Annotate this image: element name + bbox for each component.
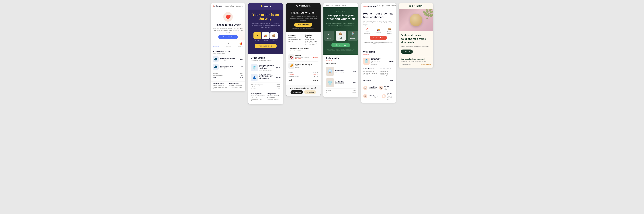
sureorder-item-quantity: Quantity: 1 [371,64,388,65]
email-icon: ✉ [363,94,367,98]
account-link[interactable]: Account [342,5,346,6]
funzy-header: ⭐ FUNZY [248,3,283,10]
sureorder-total-value: $26.47 [390,80,394,81]
ontime-item-2: 👕 Sand T-Shirt Size: M Quantity: 1 $16 [326,77,356,89]
sureorder-payment-line-4: USPS Priority Mail [380,74,394,76]
funzy-hero: Your order is on the way! Great news! Yo… [248,10,283,54]
funzy-item-sku-1: SKU: 7#43985 Size: 4a [259,70,274,71]
funzy-billing-addr: Billing Address Smiles Davis Dessler 18 … [267,93,280,102]
express-step-label: Express Delivery [350,36,356,39]
funzy-item-info-2: Baby Girls Off White Green Lebleu Long S… [259,74,274,81]
sureorder-view-button[interactable]: View Your Order [370,36,387,40]
ontime-hero: ONTIME We appreciate your order and your… [324,7,358,55]
sureorder-payment-line-1: Subtotal: $16.85 [380,69,394,71]
funzy-item-info-1: Boys Blue Boat Basic Long Nevado Sweatsh… [259,65,274,71]
ontime-totals: Subtotal$36 Today tax$1.67 [326,89,356,95]
summary-col: Summary Ready to Ship #7348 · June 30, 2… [288,34,302,46]
shipping-box: 🚚 [262,32,270,39]
selfmoon-hero: ❤️ Thanks for the Order Great news! Your… [211,9,245,41]
funzy-item-2: 👗 Baby Girls Off White Green Lebleu Long… [251,73,280,83]
product-circle [410,14,422,27]
sureorder-shipping-line-4: United States [363,74,377,76]
email-text: Sureorder@gmail.com [368,96,380,98]
text-icon: 💬 [382,94,386,98]
sureorder-item-color: Color: Blue [371,62,388,64]
chat-title: Chat With Us [368,86,378,88]
item-image-1: 🧥 [213,56,219,62]
ontime-item-img-2: 👕 [326,78,334,87]
sweetsnack-title: Thank You for Order [288,11,318,14]
sweetsnack-hero: Thank You for Order Your order's in. We'… [286,9,320,32]
item-name-2: Jacket Archive Beige [220,65,240,67]
order-item-2: 🧥 Jacket Archive Beige Size: L Qty: 1 $4… [213,63,243,71]
sureorder-shipping-line-1: Smiles Davis [363,69,377,71]
so-step-confirmed: ✓ Order Confirmed [363,28,371,34]
order-step-icon: ✓ [326,32,332,36]
ontime-subtotal: Subtotal$36 [326,90,356,92]
call-icon: 📞 [379,86,383,90]
ontime-item-size-2: Size: M Quantity: 1 [335,83,352,84]
funzy-subtitle: Great news! Your order is all set to hit… [251,23,280,28]
confirmed-label: Confirmed [213,45,219,47]
sweetsnack-totals: Subtotal$500.10 20% OFF-$100.02 Standard… [288,70,318,83]
sweetsnack-logo: SweetSnack [299,5,310,7]
contact-us-link[interactable]: Contact Us [236,5,243,7]
total-row: Total$258 [213,76,243,79]
call-title: Call Us [384,86,394,87]
sureorder-details: Order details #6200600 👕 Transaction ID:… [361,49,396,83]
text-text: Send "Help" To (+1) 283-203 [387,94,394,100]
subtotal-row: Subtotal$248 [213,72,243,74]
selfmoon-addresses: Shipping Address Gregory Swanson 26 Caes… [211,81,245,91]
ontime-step-ship: 📦 Ready to Ship [336,31,346,41]
call-us-button[interactable]: 📞 Call Us [304,90,316,94]
ontime-view-button[interactable]: View Your Order [332,43,350,47]
confirmed-icon: ✓ [213,42,219,45]
sweetsnack-header: 🍬 SweetSnack [286,3,320,9]
step-confirmed: ✓ Confirmed [213,42,219,47]
technology-link[interactable]: Technology [391,5,396,8]
summary-label: Summary [288,34,302,36]
ontime-item-price-1: $20 [353,71,356,72]
skincin-logo: ✿ SKINCIN [409,5,423,7]
sureorder-card: suresureorder Shop How-To About Technolo… [361,3,396,103]
returns-link[interactable]: Returns [335,5,340,6]
email-us-button[interactable]: ✉ Email Us [290,90,303,94]
billing-addr-text: 26 Caesar Canyon Suite 723, West Newell,… [229,85,243,88]
sweetsnack-track-button[interactable]: Track Your Order [294,23,312,27]
ontime-subtitle: Expressing gratitude for your order, and… [326,22,356,28]
selfmoon-subtitle: Great news! Your order is all set to hit… [213,28,243,33]
sureorder-shipping-label: Shipping address [363,67,377,69]
sweetsnack-item-total-1: $350.07 [313,57,318,58]
sweetsnack-item-info-1: Pulsitos Hearty, gluten - free snack $15… [296,55,312,60]
funzy-item-1: 👕 Boys Blue Boat Basic Long Nevado Sweat… [251,63,280,73]
billing-address: Billing Address 26 Caesar Canyon Suite 7… [229,83,243,90]
phone-icon: 📞 [306,91,308,93]
faq-link[interactable]: FAQ [331,5,334,6]
delivered-box: 📦 [270,32,278,39]
shipping-addr-text: Gregory Swanson 26 Caesar Canyon Suite 7… [213,85,227,90]
email-label: Email Us [295,91,301,93]
sureorder-item-qty: QTY: SET OF 3 [371,61,388,62]
order-section-title: Your item in this order [213,50,243,52]
funzy-title: Your order is on the way! [251,13,280,21]
skincin-cta-button[interactable]: Let's Go [401,50,413,54]
shop-link[interactable]: Shop [377,5,380,8]
ontime-card: Store FAQ Returns Account ONTIME We appr… [324,3,358,97]
skincin-order-summary-label: Order summary [401,64,412,65]
shipping-address: Shipping Address Gregory Swanson 26 Caes… [213,83,227,90]
track-order-button[interactable]: Track your order [254,44,277,48]
sureorder-contact: 💬 Chat With Us Sureorder.com 📞 Call Us 1… [361,83,396,103]
funzy-shipping-label: Shipping [262,40,270,41]
howto-link[interactable]: How-To [382,5,385,8]
setup-notifications-button[interactable]: Setup Notifications [218,35,238,39]
sureorder-nav: Shop How-To About Technology [377,5,396,8]
about-link[interactable]: About [386,5,390,8]
track-package-link[interactable]: Track Package [225,5,234,7]
store-link[interactable]: Store [326,5,329,6]
item-info-2: Jacket Archive Beige Size: L Qty: 1 [220,65,240,69]
skincin-subtitle: Tailored care for every skin type and re… [401,45,431,47]
sureorder-title: Hooray! Your order has been confirmed. [363,12,394,19]
selfmoon-title: Thanks for the Order [213,23,243,27]
funzy-billing-title: Billing Address [267,93,280,95]
ontime-brand: ONTIME [326,11,356,12]
